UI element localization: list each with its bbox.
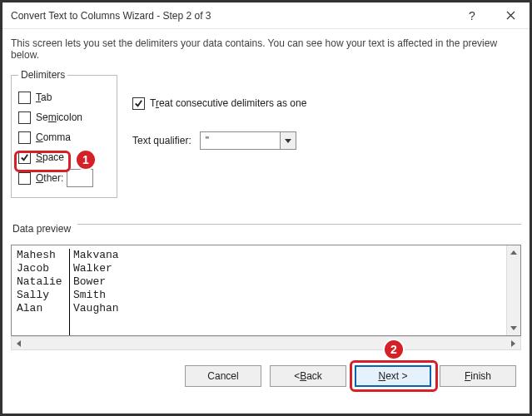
checkbox-comma[interactable] bbox=[18, 131, 31, 144]
checkbox-treat-consecutive[interactable] bbox=[132, 97, 145, 110]
preview-column-2: Makvana Walker Bower Smith Vaughan bbox=[73, 249, 129, 335]
other-delimiter-input[interactable] bbox=[67, 169, 93, 187]
delimiter-tab[interactable]: Tab bbox=[18, 87, 110, 107]
checkbox-other[interactable] bbox=[18, 172, 31, 185]
text-qualifier-dropdown-button[interactable] bbox=[280, 131, 296, 150]
finish-button[interactable]: Finish bbox=[440, 365, 516, 387]
label-other: Other: bbox=[36, 172, 63, 184]
wizard-description: This screen lets you set the delimiters … bbox=[11, 34, 521, 69]
data-preview-label: Data preview bbox=[11, 223, 71, 235]
check-icon bbox=[134, 99, 143, 108]
delimiters-legend: Delimiters bbox=[18, 69, 67, 81]
back-button[interactable]: < Back bbox=[270, 365, 346, 387]
delimiter-semicolon[interactable]: Semicolon bbox=[18, 107, 110, 127]
delimiter-other[interactable]: Other: bbox=[18, 167, 110, 189]
help-button[interactable]: ? bbox=[453, 2, 491, 29]
text-qualifier-combo[interactable]: " bbox=[200, 131, 296, 150]
treat-consecutive[interactable]: Treat consecutive delimiters as one bbox=[132, 94, 521, 112]
label-semicolon: Semicolon bbox=[36, 111, 82, 123]
label-space: Space bbox=[36, 151, 64, 163]
chevron-down-icon bbox=[510, 326, 517, 330]
text-qualifier-label: Text qualifier: bbox=[132, 135, 191, 146]
chevron-left-icon bbox=[17, 340, 21, 347]
next-button[interactable]: Next > bbox=[355, 365, 431, 387]
label-tab: Tab bbox=[36, 92, 52, 103]
chevron-right-icon bbox=[511, 340, 515, 347]
label-comma: Comma bbox=[36, 131, 71, 143]
data-preview: Mahesh Jacob Natalie Sally Alan Makvana … bbox=[11, 245, 521, 336]
scroll-up-button[interactable] bbox=[507, 245, 520, 260]
text-qualifier-value[interactable]: " bbox=[200, 131, 280, 150]
checkbox-tab[interactable] bbox=[18, 92, 31, 104]
close-icon bbox=[506, 11, 515, 20]
delimiter-space[interactable]: Space bbox=[18, 147, 110, 167]
close-button[interactable] bbox=[491, 2, 530, 29]
preview-vertical-scrollbar[interactable] bbox=[506, 245, 520, 335]
checkbox-semicolon[interactable] bbox=[18, 111, 31, 124]
preview-column-1: Mahesh Jacob Natalie Sally Alan bbox=[17, 249, 70, 335]
scroll-left-button[interactable] bbox=[12, 336, 26, 350]
preview-horizontal-scrollbar[interactable] bbox=[11, 336, 521, 350]
delimiter-comma[interactable]: Comma bbox=[18, 127, 110, 147]
window-title: Convert Text to Columns Wizard - Step 2 … bbox=[11, 10, 453, 22]
label-treat-consecutive: Treat consecutive delimiters as one bbox=[150, 97, 306, 109]
title-bar: Convert Text to Columns Wizard - Step 2 … bbox=[2, 2, 530, 29]
delimiters-group: Delimiters Tab Semicolon Comma Space bbox=[11, 69, 117, 198]
checkbox-space[interactable] bbox=[18, 151, 31, 164]
chevron-up-icon bbox=[510, 250, 517, 255]
scroll-down-button[interactable] bbox=[507, 321, 520, 335]
cancel-button[interactable]: Cancel bbox=[185, 365, 261, 387]
chevron-down-icon bbox=[285, 139, 291, 143]
scroll-right-button[interactable] bbox=[506, 336, 520, 350]
check-icon bbox=[20, 153, 29, 162]
